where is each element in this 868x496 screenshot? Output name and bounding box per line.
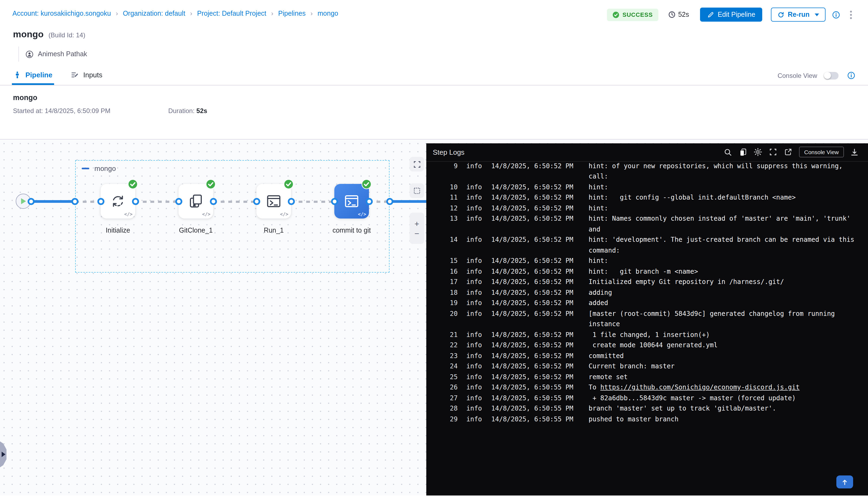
sync-icon bbox=[110, 193, 126, 209]
canvas-select-button[interactable] bbox=[409, 183, 424, 198]
zoom-out-button[interactable]: − bbox=[414, 229, 419, 237]
log-title: Step Logs bbox=[433, 148, 720, 156]
connector-dot[interactable] bbox=[366, 198, 372, 205]
log-console-view-button[interactable]: Console View bbox=[799, 146, 844, 157]
code-glyph-icon: </> bbox=[280, 212, 288, 217]
log-line: 24info14/8/2025, 6:50:52 PMCurrent branc… bbox=[426, 361, 868, 372]
tab-inputs[interactable]: Inputs bbox=[69, 66, 104, 85]
tab-inputs-label: Inputs bbox=[83, 71, 103, 79]
edit-pipeline-label: Edit Pipeline bbox=[718, 11, 755, 18]
log-line: 27info14/8/2025, 6:50:55 PM + 82a6dbb...… bbox=[426, 393, 868, 403]
log-scroll-area[interactable]: 9info14/8/2025, 6:50:52 PMhint: of your … bbox=[426, 161, 868, 495]
log-level: info bbox=[466, 372, 483, 383]
stage-header: mongo bbox=[81, 165, 116, 173]
tab-pipeline[interactable]: Pipeline bbox=[12, 66, 54, 85]
breadcrumb-separator: › bbox=[116, 10, 118, 17]
tab-pipeline-label: Pipeline bbox=[26, 71, 52, 79]
scroll-to-top-button[interactable] bbox=[836, 476, 853, 489]
collapse-stage-icon[interactable] bbox=[81, 168, 89, 169]
log-search-icon[interactable] bbox=[721, 145, 735, 158]
expand-sidebar-button[interactable] bbox=[0, 441, 7, 469]
more-options-icon[interactable] bbox=[850, 10, 852, 19]
console-view-toggle[interactable] bbox=[824, 72, 838, 79]
step-node-initialize[interactable]: </>Initialize bbox=[100, 184, 135, 218]
connector-dot[interactable] bbox=[288, 198, 295, 205]
connector-dot[interactable] bbox=[253, 198, 260, 205]
log-level: info bbox=[466, 330, 483, 340]
log-level: info bbox=[466, 393, 483, 403]
log-level: info bbox=[466, 361, 483, 372]
code-glyph-icon: </> bbox=[358, 212, 366, 217]
log-level: info bbox=[466, 192, 483, 203]
success-check-icon bbox=[361, 179, 372, 189]
log-level: info bbox=[466, 414, 483, 424]
connector-dot[interactable] bbox=[386, 198, 393, 205]
app-root: Account: kurosakiichigo.songoku›Organiza… bbox=[0, 0, 868, 496]
log-timestamp: 14/8/2025, 6:50:52 PM bbox=[491, 351, 580, 361]
log-link[interactable]: https://github.com/Sonichigo/economy-dis… bbox=[600, 384, 800, 391]
log-open-in-new-icon[interactable] bbox=[781, 145, 795, 158]
log-line-number: 19 bbox=[446, 298, 458, 309]
tab-bar: Pipeline Inputs Console View bbox=[0, 65, 868, 86]
step-node-label: GitClone_1 bbox=[179, 227, 213, 234]
pipeline-canvas[interactable]: mongo </>Initialize</>GitClone_1</>Run_1… bbox=[0, 140, 868, 495]
page-title: mongo bbox=[13, 29, 44, 40]
connector-dot[interactable] bbox=[175, 198, 182, 205]
log-line: 20info14/8/2025, 6:50:52 PM[master (root… bbox=[426, 309, 868, 330]
console-view-info-icon[interactable] bbox=[847, 72, 855, 79]
log-level: info bbox=[466, 235, 483, 256]
log-line: 13info14/8/2025, 6:50:52 PMhint: Names c… bbox=[426, 214, 868, 235]
log-message: hint: bbox=[589, 203, 862, 214]
connector-dot[interactable] bbox=[132, 198, 139, 205]
log-level: info bbox=[466, 403, 483, 414]
run-name: mongo bbox=[13, 94, 855, 102]
log-timestamp: 14/8/2025, 6:50:52 PM bbox=[491, 256, 580, 266]
log-level: info bbox=[466, 340, 483, 351]
info-icon[interactable] bbox=[832, 11, 840, 19]
log-fullscreen-icon[interactable] bbox=[766, 145, 780, 158]
log-settings-icon[interactable] bbox=[751, 145, 765, 158]
connector-dot[interactable] bbox=[331, 198, 338, 205]
log-line-number: 9 bbox=[446, 161, 458, 182]
started-label: Started at: bbox=[13, 107, 43, 115]
log-timestamp: 14/8/2025, 6:50:55 PM bbox=[491, 393, 580, 403]
log-message: + 82a6dbb...5843d9c master -> master (fo… bbox=[589, 393, 862, 403]
log-level: info bbox=[466, 351, 483, 361]
canvas-fullscreen-button[interactable] bbox=[409, 157, 424, 171]
log-timestamp: 14/8/2025, 6:50:52 PM bbox=[491, 214, 580, 235]
breadcrumb-item[interactable]: Organization: default bbox=[123, 10, 185, 17]
step-node-label: Run_1 bbox=[264, 227, 284, 234]
log-line-number: 14 bbox=[446, 235, 458, 256]
breadcrumb-item[interactable]: Pipelines bbox=[278, 10, 306, 17]
edit-pipeline-button[interactable]: Edit Pipeline bbox=[700, 7, 762, 22]
log-timestamp: 14/8/2025, 6:50:52 PM bbox=[491, 361, 580, 372]
connector-dot[interactable] bbox=[27, 198, 34, 205]
log-line-number: 10 bbox=[446, 182, 458, 192]
log-copy-icon[interactable] bbox=[736, 145, 750, 158]
breadcrumb-item[interactable]: mongo bbox=[317, 10, 338, 17]
run-duration-value: 52s bbox=[196, 107, 207, 115]
connector-dot[interactable] bbox=[210, 198, 217, 205]
step-node-run_1[interactable]: </>Run_1 bbox=[257, 184, 291, 218]
log-header: Step Logs Console View bbox=[426, 143, 868, 161]
log-line: 21info14/8/2025, 6:50:52 PM 1 file chang… bbox=[426, 330, 868, 340]
caret-down-icon bbox=[815, 13, 819, 16]
log-level: info bbox=[466, 256, 483, 266]
connector-dot[interactable] bbox=[72, 198, 78, 205]
log-level: info bbox=[466, 277, 483, 288]
step-node-gitclone_1[interactable]: </>GitClone_1 bbox=[179, 184, 213, 218]
breadcrumb-item[interactable]: Account: kurosakiichigo.songoku bbox=[13, 10, 111, 17]
log-download-icon[interactable] bbox=[848, 145, 862, 158]
log-timestamp: 14/8/2025, 6:50:55 PM bbox=[491, 403, 580, 414]
zoom-in-button[interactable]: + bbox=[414, 219, 419, 228]
rerun-button[interactable]: Re-run bbox=[771, 7, 825, 22]
code-glyph-icon: </> bbox=[124, 212, 133, 217]
log-timestamp: 14/8/2025, 6:50:52 PM bbox=[491, 266, 580, 277]
stage-label: mongo bbox=[94, 165, 116, 173]
breadcrumb-item[interactable]: Project: Default Project bbox=[197, 10, 266, 17]
connector-dot[interactable] bbox=[97, 198, 104, 205]
step-node-commit-to-git[interactable]: </>commit to git bbox=[334, 184, 369, 218]
fullscreen-icon bbox=[413, 160, 421, 168]
log-message: adding bbox=[589, 288, 862, 298]
log-line: 16info14/8/2025, 6:50:52 PMhint: git bra… bbox=[426, 266, 868, 277]
